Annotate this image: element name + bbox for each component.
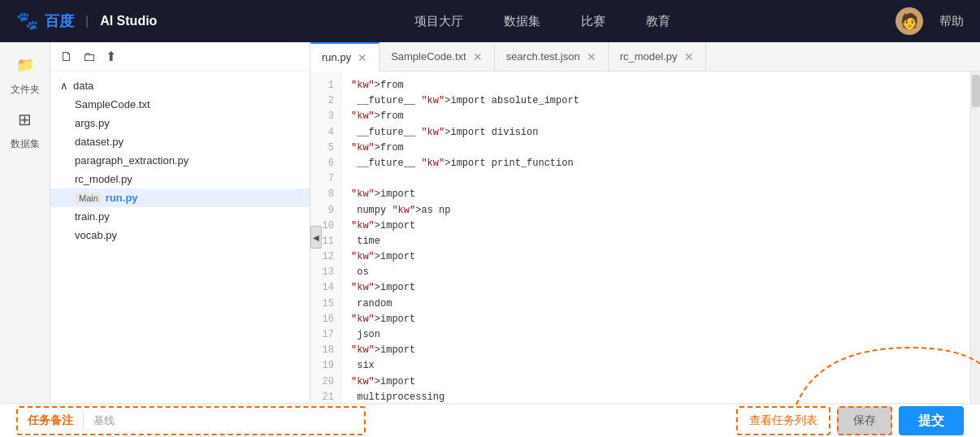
- scrollbar-thumb[interactable]: [972, 75, 980, 107]
- file-vocab[interactable]: vocab.py: [50, 226, 310, 244]
- submit-button[interactable]: 提交: [899, 406, 964, 435]
- file-args[interactable]: args.py: [50, 114, 310, 132]
- nav-item-competition[interactable]: 比赛: [581, 14, 605, 29]
- sidebar-data-label: 数据集: [11, 137, 40, 151]
- line-number: 20: [310, 374, 340, 390]
- tab-samplecode-close[interactable]: ✕: [473, 50, 483, 63]
- folder-data[interactable]: ∧ data: [50, 76, 310, 95]
- grid-icon[interactable]: ⊞: [11, 105, 40, 134]
- nav-right: 🧑 帮助: [895, 7, 964, 35]
- code-line: "kw">import: [351, 249, 960, 265]
- code-line: "kw">import: [351, 374, 960, 390]
- folder-icon[interactable]: 📁: [11, 50, 40, 80]
- file-rc-model[interactable]: rc_model.py: [50, 170, 310, 188]
- line-number: 17: [310, 327, 340, 343]
- line-number: 19: [310, 358, 340, 374]
- nav-item-datasets[interactable]: 数据集: [504, 14, 540, 29]
- save-button[interactable]: 保存: [837, 406, 892, 435]
- logo-divider: |: [85, 14, 89, 28]
- tab-run-py-close[interactable]: ✕: [358, 51, 367, 64]
- code-line: "kw">from: [351, 109, 960, 124]
- nav-item-education[interactable]: 教育: [646, 14, 670, 29]
- upload-icon[interactable]: ⬆: [106, 49, 116, 64]
- code-content[interactable]: "kw">from __future__ "kw">import absolut…: [341, 71, 970, 403]
- line-number: 4: [310, 125, 340, 141]
- sidebar-file-label: 文件夹: [11, 83, 40, 97]
- code-line: [351, 171, 960, 187]
- main-badge: Main: [75, 193, 102, 204]
- line-number: 18: [310, 343, 340, 358]
- sidebar: 📁 文件夹 ⊞ 数据集: [0, 42, 50, 403]
- file-dataset[interactable]: dataset.py: [50, 132, 310, 151]
- top-nav: 🐾 百度 | AI Studio 项目大厅 数据集 比赛 教育 🧑 帮助: [0, 0, 980, 42]
- tab-rc-model-label: rc_model.py: [620, 50, 678, 63]
- sidebar-item-files[interactable]: 📁 文件夹: [11, 50, 40, 97]
- line-number: 8: [310, 187, 340, 202]
- bottom-bar: 任务备注 基线 查看任务列表 保存 提交: [0, 403, 980, 437]
- task-note-input[interactable]: 任务备注 基线: [16, 406, 366, 435]
- file-run[interactable]: Main run.py: [50, 188, 310, 207]
- line-number: 1: [310, 78, 340, 93]
- avatar[interactable]: 🧑: [895, 7, 923, 35]
- task-list-button[interactable]: 查看任务列表: [736, 406, 830, 435]
- file-toolbar: 🗋 🗀 ⬆: [50, 42, 310, 71]
- file-panel: 🗋 🗀 ⬆ ∧ data SampleCode.txt args.py data…: [50, 42, 310, 403]
- right-actions: 查看任务列表 保存 提交: [736, 406, 964, 435]
- line-number: 15: [310, 296, 340, 312]
- new-file-icon[interactable]: 🗋: [60, 50, 73, 64]
- line-number: 14: [310, 280, 340, 296]
- logo-area: 🐾 百度 | AI Studio: [16, 11, 157, 32]
- line-number: 6: [310, 156, 340, 171]
- main-area: 📁 文件夹 ⊞ 数据集 🗋 🗀 ⬆ ∧ data SampleCode.txt …: [0, 42, 980, 403]
- file-tree: ∧ data SampleCode.txt args.py dataset.py…: [50, 71, 310, 403]
- tab-rc-model[interactable]: rc_model.py ✕: [609, 42, 706, 71]
- line-number: 3: [310, 109, 340, 124]
- code-line: "kw">import: [351, 343, 960, 358]
- line-number: 21: [310, 390, 340, 403]
- sidebar-item-datasets[interactable]: ⊞ 数据集: [11, 105, 40, 151]
- code-container: ◀ 12345678910111213141516171819202122232…: [310, 71, 980, 403]
- logo-baidu: 百度: [45, 11, 74, 31]
- nav-item-projects[interactable]: 项目大厅: [414, 14, 463, 29]
- line-number: 12: [310, 249, 340, 265]
- active-file-name: run.py: [106, 192, 138, 204]
- tab-rc-model-close[interactable]: ✕: [684, 50, 694, 63]
- line-number: 13: [310, 265, 340, 280]
- code-line: "kw">import: [351, 312, 960, 327]
- tab-search-json-label: search.test.json: [506, 50, 580, 63]
- tab-run-py[interactable]: run.py ✕: [310, 42, 379, 71]
- line-number: 9: [310, 203, 340, 218]
- collapse-arrow[interactable]: ◀: [310, 226, 322, 249]
- tab-samplecode[interactable]: SampleCode.txt ✕: [379, 42, 495, 71]
- line-number: 7: [310, 171, 340, 187]
- logo-ai-studio: AI Studio: [100, 14, 157, 28]
- code-line: "kw">import: [351, 280, 960, 296]
- tab-search-json-close[interactable]: ✕: [587, 50, 596, 63]
- tab-samplecode-label: SampleCode.txt: [391, 50, 466, 63]
- code-line: "kw">import: [351, 218, 960, 234]
- task-note-label: 任务备注: [28, 413, 73, 428]
- help-button[interactable]: 帮助: [939, 14, 964, 29]
- tab-search-json[interactable]: search.test.json ✕: [495, 42, 609, 71]
- file-samplecode[interactable]: SampleCode.txt: [50, 95, 310, 114]
- code-line: "kw">import: [351, 187, 960, 202]
- nav-items: 项目大厅 数据集 比赛 教育: [189, 14, 895, 29]
- baseline-label: 基线: [93, 413, 354, 428]
- editor-area: run.py ✕ SampleCode.txt ✕ search.test.js…: [310, 42, 980, 403]
- vertical-scrollbar[interactable]: [970, 71, 980, 403]
- input-divider: [83, 413, 84, 428]
- new-folder-icon[interactable]: 🗀: [83, 50, 96, 64]
- tabs-bar: run.py ✕ SampleCode.txt ✕ search.test.js…: [310, 42, 980, 71]
- line-number: 2: [310, 93, 340, 109]
- code-line: "kw">from: [351, 141, 960, 156]
- file-train[interactable]: train.py: [50, 207, 310, 226]
- file-paragraph[interactable]: paragraph_extraction.py: [50, 151, 310, 170]
- baidu-paw-icon: 🐾: [16, 11, 38, 32]
- line-number: 5: [310, 141, 340, 156]
- chevron-down-icon: ∧: [60, 80, 68, 92]
- line-number: 16: [310, 312, 340, 327]
- tab-run-py-label: run.py: [322, 51, 351, 63]
- folder-data-label: data: [73, 80, 93, 92]
- code-line: "kw">from: [351, 78, 960, 93]
